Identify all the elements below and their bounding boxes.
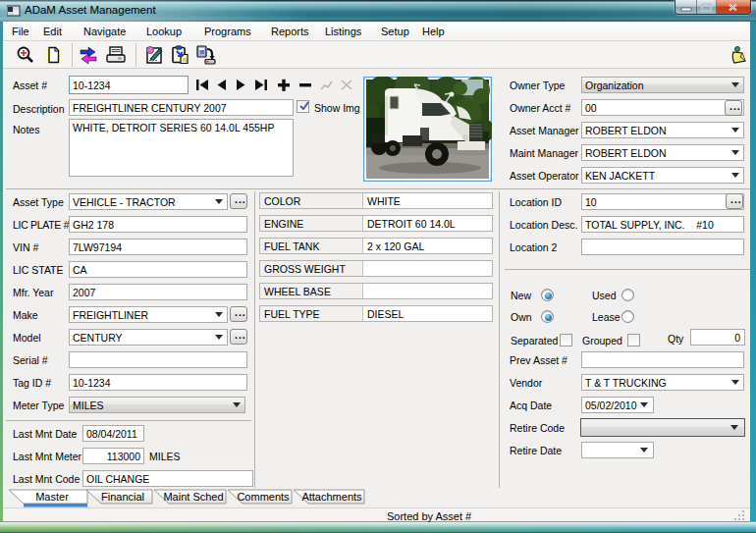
svg-text:Attachments: Attachments: [301, 491, 362, 503]
svg-text:Maint Sched: Maint Sched: [163, 491, 223, 503]
svg-text:Financial: Financial: [101, 491, 144, 503]
svg-text:Comments: Comments: [237, 491, 290, 503]
svg-text:Master: Master: [35, 491, 69, 503]
